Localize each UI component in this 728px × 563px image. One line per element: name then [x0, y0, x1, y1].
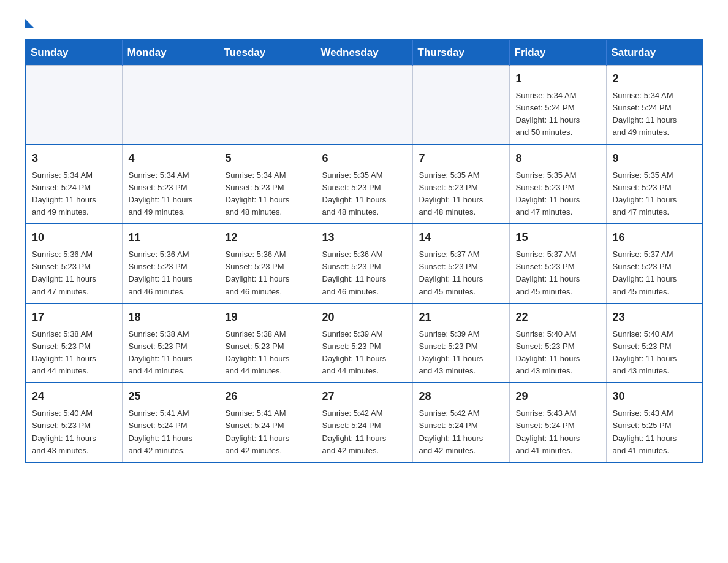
day-info: Sunrise: 5:42 AMSunset: 5:24 PMDaylight:… — [322, 407, 406, 457]
day-info: Sunrise: 5:37 AMSunset: 5:23 PMDaylight:… — [613, 248, 697, 298]
page-header — [25, 18, 703, 27]
calendar-cell: 23Sunrise: 5:40 AMSunset: 5:23 PMDayligh… — [606, 304, 703, 383]
day-number: 15 — [516, 229, 600, 246]
day-info: Sunrise: 5:40 AMSunset: 5:23 PMDaylight:… — [516, 328, 600, 378]
weekday-header-sunday: Sunday — [25, 40, 122, 66]
day-info: Sunrise: 5:43 AMSunset: 5:25 PMDaylight:… — [613, 407, 697, 457]
day-info: Sunrise: 5:40 AMSunset: 5:23 PMDaylight:… — [32, 407, 116, 457]
day-number: 26 — [226, 388, 309, 405]
calendar-cell: 20Sunrise: 5:39 AMSunset: 5:23 PMDayligh… — [316, 304, 412, 383]
day-info: Sunrise: 5:34 AMSunset: 5:23 PMDaylight:… — [226, 169, 309, 219]
calendar-week-5: 24Sunrise: 5:40 AMSunset: 5:23 PMDayligh… — [25, 383, 703, 462]
calendar-cell: 24Sunrise: 5:40 AMSunset: 5:23 PMDayligh… — [25, 383, 122, 462]
calendar-cell: 18Sunrise: 5:38 AMSunset: 5:23 PMDayligh… — [122, 304, 219, 383]
calendar-cell: 15Sunrise: 5:37 AMSunset: 5:23 PMDayligh… — [509, 224, 606, 304]
weekday-header-friday: Friday — [509, 40, 606, 66]
calendar-cell — [25, 66, 122, 145]
calendar-cell: 12Sunrise: 5:36 AMSunset: 5:23 PMDayligh… — [219, 224, 316, 304]
day-info: Sunrise: 5:35 AMSunset: 5:23 PMDaylight:… — [322, 169, 406, 219]
day-number: 9 — [613, 150, 697, 167]
day-number: 21 — [419, 309, 503, 326]
day-number: 13 — [322, 229, 406, 246]
weekday-header-row: SundayMondayTuesdayWednesdayThursdayFrid… — [25, 40, 703, 66]
weekday-header-tuesday: Tuesday — [219, 40, 316, 66]
day-number: 20 — [322, 309, 406, 326]
day-number: 12 — [226, 229, 309, 246]
weekday-header-wednesday: Wednesday — [316, 40, 412, 66]
calendar-cell: 27Sunrise: 5:42 AMSunset: 5:24 PMDayligh… — [316, 383, 412, 462]
day-info: Sunrise: 5:43 AMSunset: 5:24 PMDaylight:… — [516, 407, 600, 457]
calendar-cell: 25Sunrise: 5:41 AMSunset: 5:24 PMDayligh… — [122, 383, 219, 462]
day-info: Sunrise: 5:41 AMSunset: 5:24 PMDaylight:… — [226, 407, 309, 457]
calendar-cell: 3Sunrise: 5:34 AMSunset: 5:24 PMDaylight… — [25, 145, 122, 224]
weekday-header-saturday: Saturday — [606, 40, 703, 66]
day-number: 8 — [516, 150, 600, 167]
day-info: Sunrise: 5:36 AMSunset: 5:23 PMDaylight:… — [322, 248, 406, 298]
logo-triangle-icon — [25, 18, 34, 28]
day-number: 29 — [516, 388, 600, 405]
weekday-header-thursday: Thursday — [412, 40, 509, 66]
calendar-cell: 5Sunrise: 5:34 AMSunset: 5:23 PMDaylight… — [219, 145, 316, 224]
day-info: Sunrise: 5:38 AMSunset: 5:23 PMDaylight:… — [226, 328, 309, 378]
day-info: Sunrise: 5:40 AMSunset: 5:23 PMDaylight:… — [613, 328, 697, 378]
day-info: Sunrise: 5:34 AMSunset: 5:24 PMDaylight:… — [32, 169, 116, 219]
calendar-cell: 26Sunrise: 5:41 AMSunset: 5:24 PMDayligh… — [219, 383, 316, 462]
day-number: 11 — [129, 229, 213, 246]
day-info: Sunrise: 5:39 AMSunset: 5:23 PMDaylight:… — [322, 328, 406, 378]
day-number: 16 — [613, 229, 697, 246]
day-info: Sunrise: 5:36 AMSunset: 5:23 PMDaylight:… — [226, 248, 309, 298]
day-info: Sunrise: 5:38 AMSunset: 5:23 PMDaylight:… — [129, 328, 213, 378]
calendar-week-2: 3Sunrise: 5:34 AMSunset: 5:24 PMDaylight… — [25, 145, 703, 224]
day-info: Sunrise: 5:39 AMSunset: 5:23 PMDaylight:… — [419, 328, 503, 378]
day-number: 17 — [32, 309, 116, 326]
day-info: Sunrise: 5:34 AMSunset: 5:24 PMDaylight:… — [516, 90, 600, 139]
calendar-cell: 4Sunrise: 5:34 AMSunset: 5:23 PMDaylight… — [122, 145, 219, 224]
day-number: 24 — [32, 388, 116, 405]
calendar-cell: 1Sunrise: 5:34 AMSunset: 5:24 PMDaylight… — [509, 66, 606, 145]
day-number: 18 — [129, 309, 213, 326]
day-info: Sunrise: 5:42 AMSunset: 5:24 PMDaylight:… — [419, 407, 503, 457]
calendar-week-4: 17Sunrise: 5:38 AMSunset: 5:23 PMDayligh… — [25, 304, 703, 383]
day-number: 19 — [226, 309, 309, 326]
day-info: Sunrise: 5:37 AMSunset: 5:23 PMDaylight:… — [516, 248, 600, 298]
calendar-cell: 11Sunrise: 5:36 AMSunset: 5:23 PMDayligh… — [122, 224, 219, 304]
calendar-cell: 19Sunrise: 5:38 AMSunset: 5:23 PMDayligh… — [219, 304, 316, 383]
calendar-cell: 6Sunrise: 5:35 AMSunset: 5:23 PMDaylight… — [316, 145, 412, 224]
calendar-cell: 28Sunrise: 5:42 AMSunset: 5:24 PMDayligh… — [412, 383, 509, 462]
calendar-cell: 21Sunrise: 5:39 AMSunset: 5:23 PMDayligh… — [412, 304, 509, 383]
calendar-cell: 17Sunrise: 5:38 AMSunset: 5:23 PMDayligh… — [25, 304, 122, 383]
calendar-cell: 8Sunrise: 5:35 AMSunset: 5:23 PMDaylight… — [509, 145, 606, 224]
day-number: 22 — [516, 309, 600, 326]
calendar-cell: 10Sunrise: 5:36 AMSunset: 5:23 PMDayligh… — [25, 224, 122, 304]
calendar-cell — [412, 66, 509, 145]
calendar-cell: 29Sunrise: 5:43 AMSunset: 5:24 PMDayligh… — [509, 383, 606, 462]
calendar-cell: 7Sunrise: 5:35 AMSunset: 5:23 PMDaylight… — [412, 145, 509, 224]
calendar-cell: 16Sunrise: 5:37 AMSunset: 5:23 PMDayligh… — [606, 224, 703, 304]
calendar-cell: 9Sunrise: 5:35 AMSunset: 5:23 PMDaylight… — [606, 145, 703, 224]
calendar-cell — [316, 66, 412, 145]
calendar-header: SundayMondayTuesdayWednesdayThursdayFrid… — [25, 40, 703, 66]
day-number: 30 — [613, 388, 697, 405]
day-info: Sunrise: 5:37 AMSunset: 5:23 PMDaylight:… — [419, 248, 503, 298]
day-info: Sunrise: 5:34 AMSunset: 5:24 PMDaylight:… — [613, 90, 697, 139]
day-number: 4 — [129, 150, 213, 167]
calendar-cell: 22Sunrise: 5:40 AMSunset: 5:23 PMDayligh… — [509, 304, 606, 383]
calendar-week-1: 1Sunrise: 5:34 AMSunset: 5:24 PMDaylight… — [25, 66, 703, 145]
calendar-table: SundayMondayTuesdayWednesdayThursdayFrid… — [25, 39, 703, 463]
day-number: 14 — [419, 229, 503, 246]
day-info: Sunrise: 5:35 AMSunset: 5:23 PMDaylight:… — [419, 169, 503, 219]
day-info: Sunrise: 5:34 AMSunset: 5:23 PMDaylight:… — [129, 169, 213, 219]
calendar-cell — [219, 66, 316, 145]
day-number: 10 — [32, 229, 116, 246]
day-number: 6 — [322, 150, 406, 167]
calendar-cell: 30Sunrise: 5:43 AMSunset: 5:25 PMDayligh… — [606, 383, 703, 462]
day-number: 1 — [516, 71, 600, 87]
calendar-cell — [122, 66, 219, 145]
day-info: Sunrise: 5:35 AMSunset: 5:23 PMDaylight:… — [613, 169, 697, 219]
logo — [25, 18, 34, 27]
day-number: 28 — [419, 388, 503, 405]
day-number: 2 — [613, 71, 697, 87]
day-number: 27 — [322, 388, 406, 405]
day-number: 23 — [613, 309, 697, 326]
day-info: Sunrise: 5:41 AMSunset: 5:24 PMDaylight:… — [129, 407, 213, 457]
